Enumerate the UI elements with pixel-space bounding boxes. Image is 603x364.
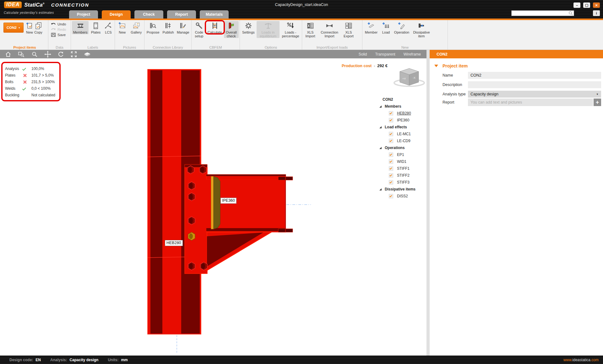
loads-in-equilibrium-button[interactable]: Loads in equilibrium: [257, 21, 280, 38]
zoom-fit-icon[interactable]: [71, 51, 77, 57]
expand-icon[interactable]: [379, 147, 382, 149]
code-setup-button[interactable]: Code setup: [193, 21, 206, 38]
overall-check-button[interactable]: Overall check: [224, 21, 239, 38]
fail-icon: [23, 73, 27, 78]
redo-button[interactable]: Redo: [51, 27, 71, 32]
search-box[interactable]: [511, 10, 574, 16]
model-viewport[interactable]: IPE360 HEB280 Analysis 100,0% Plates 101…: [0, 58, 426, 356]
checkbox-checked-icon[interactable]: [389, 132, 393, 136]
search-input[interactable]: [512, 11, 568, 15]
xls-export-icon: [345, 22, 353, 30]
members-labels-button[interactable]: Members: [72, 21, 89, 34]
loads-percentage-button[interactable]: Loads - percentage: [280, 21, 301, 38]
new-load-button[interactable]: Load: [380, 21, 392, 34]
description-field[interactable]: [468, 81, 601, 88]
project-item-section[interactable]: Project item: [434, 63, 468, 68]
plates-labels-button[interactable]: Plates: [89, 21, 102, 34]
add-report-button[interactable]: +: [594, 99, 601, 106]
tree-root[interactable]: CON2: [379, 96, 426, 103]
new-operation-button[interactable]: Operation: [393, 21, 410, 34]
settings-button[interactable]: Settings: [241, 21, 256, 34]
tree-item-heb280[interactable]: HEB280: [379, 110, 426, 117]
xls-export-button[interactable]: XLS Export: [341, 21, 356, 38]
cube-face-right[interactable]: -X: [413, 76, 416, 79]
solid-view-button[interactable]: Solid: [359, 52, 367, 56]
tab-check[interactable]: Check: [134, 10, 163, 19]
checkbox-checked-icon[interactable]: [389, 159, 393, 164]
tab-materials[interactable]: Materials: [200, 10, 229, 19]
zoom-icon[interactable]: [31, 51, 38, 57]
checkbox-checked-icon[interactable]: [389, 166, 393, 171]
report-field[interactable]: You can add text and pictures: [468, 99, 593, 106]
checkbox-checked-icon[interactable]: [389, 153, 393, 157]
minimize-button[interactable]: –: [573, 3, 580, 8]
transparent-view-button[interactable]: Transparent: [375, 52, 395, 56]
tree-item-ep1[interactable]: EP1: [379, 151, 426, 158]
home-view-icon[interactable]: [5, 51, 11, 57]
new-member-button[interactable]: Member: [363, 21, 379, 34]
expand-icon[interactable]: [379, 126, 382, 128]
wireframe-view-button[interactable]: Wireframe: [404, 52, 421, 56]
checkbox-checked-icon[interactable]: [389, 118, 393, 122]
checkbox-checked-icon[interactable]: [389, 173, 393, 178]
group-caption-new: New: [362, 46, 448, 49]
close-button[interactable]: ×: [593, 3, 600, 8]
beam-label[interactable]: IPE360: [220, 198, 236, 204]
save-button[interactable]: Save: [51, 33, 71, 37]
publish-button[interactable]: Publish: [161, 21, 175, 34]
tree-item-diss2[interactable]: DISS2: [379, 193, 426, 200]
pass-icon: [23, 86, 31, 91]
panel-header: CON2: [430, 50, 603, 58]
tree-item-stiff2[interactable]: STIFF2: [379, 172, 426, 179]
members-icon: [76, 22, 84, 30]
tree-group-members[interactable]: Members: [379, 103, 426, 110]
rotate-icon[interactable]: [58, 51, 64, 57]
checkbox-checked-icon[interactable]: [389, 139, 393, 143]
connection-import-button[interactable]: Connection Import: [318, 21, 341, 38]
tab-project[interactable]: Project: [69, 10, 98, 19]
tree-item-wid1[interactable]: WID1: [379, 158, 426, 165]
tree-group-operations[interactable]: Operations: [379, 144, 426, 151]
info-button[interactable]: i: [593, 10, 600, 16]
checkbox-checked-icon[interactable]: [389, 180, 393, 185]
website-link[interactable]: www.ideastatica.com: [563, 358, 603, 362]
lcs-labels-button[interactable]: LCS: [103, 21, 114, 34]
new-dissipative-item-button[interactable]: Dissipative item: [411, 21, 432, 38]
new-picture-button[interactable]: New: [116, 21, 129, 34]
tab-report[interactable]: Report: [167, 10, 196, 19]
analysis-type-dropdown[interactable]: Capacity design ▼: [468, 91, 601, 98]
name-row: Name: [443, 72, 601, 79]
connection-model[interactable]: [0, 58, 426, 356]
column-label[interactable]: HEB280: [165, 240, 183, 246]
expand-icon[interactable]: [379, 188, 382, 190]
tree-item-stiff3[interactable]: STIFF3: [379, 179, 426, 186]
tree-group-dissipative-items[interactable]: Dissipative items: [379, 186, 426, 193]
tree-item-stiff1[interactable]: STIFF1: [379, 165, 426, 172]
tree-item-le-mc1[interactable]: LE-MC1: [379, 131, 426, 137]
copy-button[interactable]: Copy: [34, 21, 42, 34]
new-project-item-button[interactable]: New: [25, 21, 34, 34]
checkbox-checked-icon[interactable]: [389, 111, 393, 115]
con2-dropdown[interactable]: CON2▼: [3, 23, 24, 33]
tree-item-ipe360[interactable]: IPE360: [379, 117, 426, 124]
propose-button[interactable]: Propose: [145, 21, 160, 34]
tree-item-le-cd9[interactable]: LE-CD9: [379, 137, 426, 144]
undo-button[interactable]: Undo: [51, 22, 71, 26]
zoom-window-icon[interactable]: [18, 51, 25, 57]
name-field[interactable]: [468, 72, 601, 79]
manage-button[interactable]: Manage: [176, 21, 190, 34]
maximize-button[interactable]: ▢: [583, 3, 590, 8]
navigation-cube[interactable]: +Y -X: [392, 65, 426, 88]
xls-import-button[interactable]: XLS Import: [303, 21, 318, 38]
calculate-button[interactable]: Calculate: [206, 21, 223, 34]
plates-status-row: Plates 101,7 > 5,0%: [5, 72, 57, 78]
tree-group-load-effects[interactable]: Load effects: [379, 124, 426, 131]
expand-icon[interactable]: [379, 105, 382, 108]
cube-face-left[interactable]: +Y: [402, 77, 406, 80]
pan-icon[interactable]: [44, 51, 51, 58]
gallery-button[interactable]: Gallery: [129, 21, 143, 34]
tab-design[interactable]: Design: [102, 10, 131, 19]
collapse-triangle-icon[interactable]: [434, 65, 438, 67]
solid-box-icon[interactable]: [84, 51, 91, 57]
checkbox-checked-icon[interactable]: [389, 194, 393, 198]
